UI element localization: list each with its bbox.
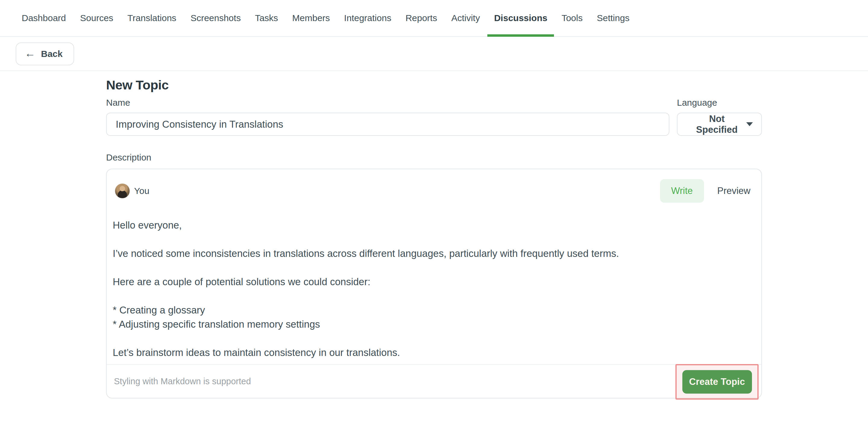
author-name: You	[134, 186, 150, 196]
language-field-group: Language Not Specified	[677, 98, 762, 136]
tab-write[interactable]: Write	[660, 179, 704, 203]
create-topic-button[interactable]: Create Topic	[682, 370, 752, 394]
language-label: Language	[677, 98, 762, 108]
page-title: New Topic	[106, 78, 762, 92]
nav-item-discussions[interactable]: Discussions	[494, 0, 547, 36]
language-selected-value: Not Specified	[687, 114, 746, 135]
nav-item-reports[interactable]: Reports	[405, 0, 437, 36]
user-avatar	[115, 184, 130, 198]
editor-tabs: Write Preview	[660, 179, 750, 203]
nav-item-tasks[interactable]: Tasks	[255, 0, 278, 36]
nav-item-sources[interactable]: Sources	[80, 0, 113, 36]
toolbar: ← Back	[0, 37, 868, 71]
editor-footer: Styling with Markdown is supported Creat…	[107, 364, 761, 398]
nav-item-members[interactable]: Members	[292, 0, 330, 36]
name-field-group: Name	[106, 98, 670, 136]
author: You	[115, 184, 150, 198]
back-label: Back	[41, 49, 63, 59]
editor-header: You Write Preview	[107, 169, 761, 203]
nav-item-dashboard[interactable]: Dashboard	[22, 0, 66, 36]
description-textarea[interactable]: Hello everyone, I’ve noticed some incons…	[107, 203, 761, 364]
language-select[interactable]: Not Specified	[677, 112, 762, 136]
top-navigation: Dashboard Sources Translations Screensho…	[0, 0, 868, 37]
topic-form-row: Name Language Not Specified	[106, 98, 762, 136]
app-root: Dashboard Sources Translations Screensho…	[0, 0, 868, 398]
nav-item-tools[interactable]: Tools	[561, 0, 583, 36]
description-label: Description	[106, 152, 762, 163]
nav-item-settings[interactable]: Settings	[597, 0, 629, 36]
tab-preview[interactable]: Preview	[717, 186, 750, 196]
nav-item-integrations[interactable]: Integrations	[344, 0, 392, 36]
nav-item-translations[interactable]: Translations	[127, 0, 176, 36]
main-content: New Topic Name Language Not Specified De…	[106, 78, 762, 398]
topic-name-input[interactable]	[106, 112, 670, 136]
description-editor-card: You Write Preview Hello everyone, I’ve n…	[106, 169, 762, 398]
nav-item-screenshots[interactable]: Screenshots	[190, 0, 241, 36]
annotation-highlight-box: Create Topic	[675, 364, 758, 400]
left-arrow-icon: ←	[25, 48, 36, 59]
name-label: Name	[106, 98, 670, 108]
markdown-hint: Styling with Markdown is supported	[114, 377, 251, 386]
nav-item-activity[interactable]: Activity	[451, 0, 480, 36]
back-button[interactable]: ← Back	[16, 42, 74, 65]
chevron-down-icon	[746, 122, 753, 126]
